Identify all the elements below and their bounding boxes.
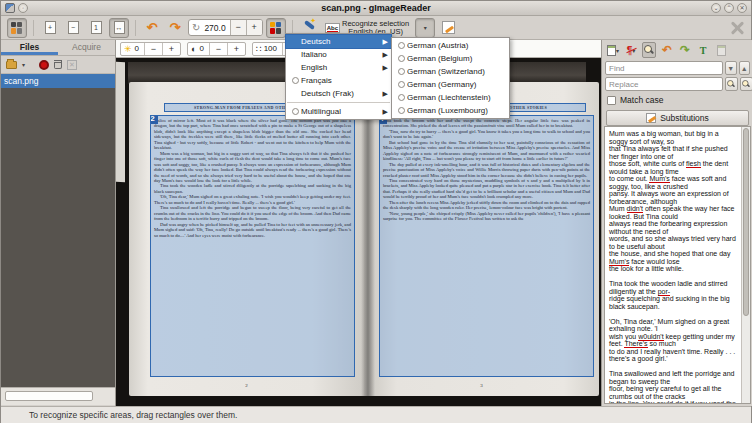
recognize-language-dropdown-button[interactable]: ▾ bbox=[415, 18, 435, 38]
menu-item-german-germany-[interactable]: German (Germany) bbox=[392, 78, 509, 91]
open-folder-icon[interactable] bbox=[6, 61, 17, 69]
submenu-arrow-icon: ▶ bbox=[381, 51, 388, 59]
zoom-in-button[interactable]: + bbox=[40, 18, 60, 38]
show-sources-button[interactable] bbox=[7, 18, 27, 38]
radio-icon bbox=[289, 77, 301, 84]
menu-item-label: Italiano bbox=[301, 50, 381, 59]
replace-all-button[interactable] bbox=[740, 77, 752, 91]
tab-files[interactable]: Files bbox=[1, 40, 58, 55]
image-controls-toggle-button[interactable] bbox=[266, 18, 286, 38]
output-text-container: Mum was a big woman, but big in a soggy … bbox=[604, 126, 751, 404]
output-panel: ▾ ¶▾ ↶ ↷ T ▼ ▲ Match case Substitutions bbox=[601, 40, 752, 406]
clear-icon[interactable]: ✕ bbox=[67, 60, 77, 70]
settings-icon[interactable] bbox=[729, 20, 745, 36]
files-hscrollbar[interactable] bbox=[1, 387, 115, 405]
scanner-icon bbox=[11, 22, 23, 34]
brightness-control[interactable]: ✳ 0 − + bbox=[120, 42, 181, 56]
zoom-out-button[interactable]: − bbox=[63, 18, 83, 38]
rotate-left-button[interactable]: ↶ bbox=[142, 18, 162, 38]
file-list-item[interactable]: scan.png bbox=[1, 74, 115, 88]
menu-item-english[interactable]: English▶ bbox=[286, 61, 391, 74]
rotation-decrease-button[interactable]: − bbox=[230, 20, 246, 35]
resolution-value: 100 bbox=[264, 44, 282, 53]
menu-item-fran-ais[interactable]: Français bbox=[286, 74, 391, 87]
brightness-increase-button[interactable]: + bbox=[162, 43, 180, 55]
zoom-original-icon: 1 bbox=[91, 21, 102, 34]
find-input[interactable] bbox=[605, 61, 723, 75]
menu-item-german-belgium-[interactable]: German (Belgium) bbox=[392, 52, 509, 65]
substitutions-button[interactable]: Substitutions bbox=[606, 110, 749, 126]
rotation-spinbox[interactable]: ↻ 270.0 − + bbox=[188, 19, 263, 36]
output-scrollbar[interactable] bbox=[741, 127, 750, 403]
rotation-increase-button[interactable]: + bbox=[246, 20, 262, 35]
replace-input[interactable] bbox=[605, 77, 723, 91]
menu-item-german-liechtenstein-[interactable]: German (Liechtenstein) bbox=[392, 91, 509, 104]
replace-button[interactable] bbox=[725, 77, 738, 91]
save-output-button[interactable]: ▾ bbox=[606, 42, 620, 58]
delete-icon[interactable] bbox=[54, 60, 62, 69]
menu-item-label: German (Germany) bbox=[407, 80, 506, 89]
menu-item-label: German (Liechtenstein) bbox=[407, 93, 506, 102]
output-editor-icon bbox=[442, 21, 455, 34]
find-replace-toggle-button[interactable] bbox=[642, 42, 656, 58]
book-paragraph: 'Tina, now do try to hurry ... there's a… bbox=[383, 129, 590, 140]
rotate-right-button[interactable]: ↷ bbox=[165, 18, 185, 38]
output-text-area[interactable]: Mum was a big woman, but big in a soggy … bbox=[605, 127, 741, 403]
clear-output-button[interactable] bbox=[714, 42, 728, 58]
toolbar-separator bbox=[33, 20, 34, 36]
find-previous-button[interactable]: ▲ bbox=[739, 61, 751, 75]
close-button[interactable]: ✕ bbox=[737, 3, 747, 13]
strip-linebreaks-button[interactable]: ¶▾ bbox=[624, 42, 638, 58]
redo-button[interactable]: ↷ bbox=[678, 42, 692, 58]
radio-icon bbox=[395, 94, 407, 101]
contrast-decrease-button[interactable]: − bbox=[209, 43, 227, 55]
sources-panel: Files Acquire ▾ ✕ scan.png bbox=[1, 40, 116, 406]
substitutions-label: Substitutions bbox=[660, 113, 709, 123]
menu-item-italiano[interactable]: Italiano▶ bbox=[286, 48, 391, 61]
substitutions-icon bbox=[646, 113, 656, 123]
undo-button[interactable]: ↶ bbox=[660, 42, 674, 58]
minimize-button[interactable]: ⌄ bbox=[711, 3, 721, 13]
menu-item-german-luxembourg-[interactable]: German (Luxembourg) bbox=[392, 104, 509, 117]
zoom-original-button[interactable]: 1 bbox=[86, 18, 106, 38]
paper-edge bbox=[116, 62, 125, 182]
find-next-button[interactable]: ▼ bbox=[725, 61, 737, 75]
menu-item-deutsch-frak-[interactable]: Deutsch (Frak)▶ bbox=[286, 87, 391, 100]
files-toolbar: ▾ ✕ bbox=[1, 56, 115, 74]
brightness-decrease-button[interactable]: − bbox=[144, 43, 162, 55]
tab-acquire[interactable]: Acquire bbox=[58, 40, 115, 55]
ocr-paragraph: 'Oh, Tina dear,' Mum sighed on a great e… bbox=[609, 318, 739, 363]
rotate-left-icon: ↶ bbox=[147, 21, 158, 34]
menu-item-deutsch[interactable]: Deutsch▶ bbox=[286, 35, 391, 48]
menu-item-german-austria-[interactable]: German (Austria) bbox=[392, 39, 509, 52]
open-dropdown-icon[interactable]: ▾ bbox=[22, 61, 25, 68]
menu-item-german-switzerland-[interactable]: German (Switzerland) bbox=[392, 65, 509, 78]
ocr-paragraph: Tina took the wooden ladle and stirred d… bbox=[609, 280, 739, 310]
title-bar[interactable]: ◦ scan.png - gImageReader ⌄ ⌃ ✕ bbox=[1, 1, 751, 16]
strip-linebreaks-icon: ¶ bbox=[627, 45, 633, 56]
menu-item-multilingual[interactable]: Multilingual▶ bbox=[286, 105, 391, 118]
clear-document-icon bbox=[717, 45, 726, 56]
contrast-control[interactable]: ◐ 0 − + bbox=[187, 42, 246, 56]
output-scrollbar-thumb[interactable] bbox=[743, 128, 749, 316]
zoom-fit-button[interactable]: ↔ bbox=[109, 18, 129, 38]
window-menu-button[interactable]: ◦ bbox=[18, 3, 28, 13]
match-case-checkbox[interactable] bbox=[607, 96, 616, 105]
page-number-right: 3 bbox=[364, 383, 599, 388]
submenu-arrow-icon: ▶ bbox=[381, 64, 388, 72]
book-paragraph: But school had gone in by the time Tina … bbox=[383, 140, 590, 162]
filter-characters-button[interactable]: T bbox=[696, 42, 710, 58]
filter-characters-icon: T bbox=[700, 45, 707, 56]
ocr-region-right[interactable]: 4 Tina took the broom with her and she s… bbox=[380, 116, 593, 376]
files-hscrollbar-thumb[interactable] bbox=[5, 391, 93, 401]
maximize-button[interactable]: ⌃ bbox=[724, 3, 734, 13]
radio-icon bbox=[395, 68, 407, 75]
contrast-increase-button[interactable]: + bbox=[227, 43, 245, 55]
rotate-right-icon: ↷ bbox=[170, 21, 181, 34]
gimagereader-window: ◦ scan.png - gImageReader ⌄ ⌃ ✕ + − 1 ↔ … bbox=[0, 0, 752, 423]
toggle-output-pane-button[interactable] bbox=[438, 18, 458, 38]
german-submenu: German (Austria)German (Belgium)German (… bbox=[391, 37, 510, 119]
ocr-region-left[interactable]: 2 a slice of mirror left. Most of it was… bbox=[151, 116, 354, 376]
contrast-value: 0 bbox=[199, 44, 208, 53]
screenshot-icon[interactable] bbox=[39, 60, 49, 70]
